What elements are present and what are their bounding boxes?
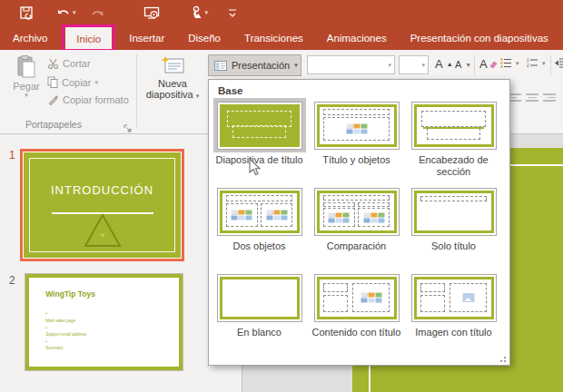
undo-dropdown-caret[interactable]: ▾ xyxy=(73,9,76,16)
slide-1-number: 1 xyxy=(9,149,15,162)
clipboard-group-label: Portapapeles xyxy=(25,119,82,130)
eraser-icon xyxy=(489,61,498,68)
layout-button[interactable]: Presentación ▾ xyxy=(208,54,301,76)
tab-archivo[interactable]: Archivo xyxy=(0,25,60,50)
format-painter-button[interactable]: Copiar formato xyxy=(47,94,129,105)
touch-mode-icon xyxy=(191,5,203,20)
numbering-caret: ▾ xyxy=(542,60,546,67)
layout-option-dos-objetos[interactable]: Dos objetos xyxy=(212,184,307,270)
paste-icon xyxy=(17,55,36,79)
tab-inicio[interactable]: Inicio xyxy=(65,27,112,50)
font-size-combobox[interactable]: ▾ xyxy=(399,55,429,74)
slide-1-title: INTRODUCCIÓN xyxy=(23,183,182,197)
layout-option-contenido-con-titulo[interactable]: Contenido con título xyxy=(310,270,404,357)
start-slideshow-icon xyxy=(143,6,160,20)
bullets-icon xyxy=(500,58,512,68)
redo-button[interactable] xyxy=(87,2,109,24)
copy-icon xyxy=(47,76,58,88)
redo-icon xyxy=(91,7,105,19)
align-right-button[interactable] xyxy=(543,93,556,103)
layout-option-titulo-y-objetos[interactable]: Título y objetos xyxy=(310,98,404,184)
ribbon-tab-bar: Archivo Inicio Insertar Diseño Transicio… xyxy=(0,25,563,50)
font-size-caret: ▾ xyxy=(421,62,428,69)
customize-quick-access-button[interactable] xyxy=(224,2,241,24)
save-button[interactable] xyxy=(16,2,38,24)
group-divider xyxy=(136,54,137,127)
bullets-caret: ▾ xyxy=(516,60,519,67)
layout-option-comparacion[interactable]: Comparación xyxy=(310,184,404,270)
tab-diseno[interactable]: Diseño xyxy=(176,25,232,50)
layout-gallery-grid: Diapositiva de título Título y objetos E… xyxy=(211,98,509,357)
bullets-button[interactable]: ▾ xyxy=(500,58,519,68)
mouse-cursor xyxy=(249,158,262,177)
save-icon xyxy=(20,6,35,20)
slide-2-title: WingTip Toys xyxy=(45,289,95,299)
dropdown-resize-grip[interactable] xyxy=(499,355,506,362)
align-left-button[interactable] xyxy=(509,93,521,103)
touch-mode-button[interactable]: ▾ xyxy=(187,2,212,24)
svg-text:2: 2 xyxy=(527,64,529,68)
copy-button[interactable]: Copiar ▾ xyxy=(47,76,98,88)
slide-2-thumbnail[interactable]: WingTip Toys • Main sales page • Support… xyxy=(25,274,183,370)
tab-presentacion-con-diapositivas[interactable]: Presentación con diapositivas xyxy=(399,25,560,50)
undo-icon xyxy=(56,7,71,19)
undo-button[interactable]: ▾ xyxy=(53,2,80,24)
align-center-button[interactable] xyxy=(526,93,538,103)
decrease-font-size-button[interactable]: A▼ xyxy=(455,59,471,70)
paste-button[interactable]: Pegar ▾ xyxy=(7,55,45,99)
new-slide-button[interactable]: Nueva diapositiva ▾ xyxy=(140,55,205,100)
layout-option-encabezado-de-seccion[interactable]: Encabezado de sección xyxy=(407,98,501,184)
svg-text:1: 1 xyxy=(527,58,529,63)
numbering-button[interactable]: 12 ▾ xyxy=(527,58,546,68)
touch-mode-dropdown-caret[interactable]: ▾ xyxy=(205,9,209,16)
layout-dropdown-caret: ▾ xyxy=(294,62,298,69)
layout-gallery-dropdown: Base Diapositiva de título Título y obje… xyxy=(208,79,510,366)
new-slide-icon xyxy=(161,55,184,75)
slide-1-thumbnail[interactable]: INTRODUCCIÓN xyxy=(20,149,184,261)
title-bar: ▾ ▾ xyxy=(0,0,563,25)
slide-master-name: Base xyxy=(209,80,509,100)
layout-icon xyxy=(214,61,227,71)
paste-dropdown-caret[interactable]: ▾ xyxy=(25,92,28,99)
cut-button[interactable]: Cortar xyxy=(47,58,91,69)
layout-option-imagen-con-titulo[interactable]: Imagen con título xyxy=(407,270,501,357)
small-divider xyxy=(474,55,475,75)
picture-placeholder-icon xyxy=(462,293,474,302)
format-painter-icon xyxy=(47,94,59,105)
slide-thumbnail-panel: 1 INTRODUCCIÓN 2 WingTip Toys • Main sal… xyxy=(0,134,242,392)
increase-font-size-button[interactable]: A▲ xyxy=(435,57,453,71)
triangle-shape xyxy=(84,213,122,248)
tab-transiciones[interactable]: Transiciones xyxy=(232,25,315,50)
font-name-caret: ▾ xyxy=(388,62,394,69)
decrease-indent-icon xyxy=(555,58,563,68)
tab-insertar[interactable]: Insertar xyxy=(117,25,176,50)
clear-formatting-button[interactable]: A xyxy=(479,57,498,71)
cut-icon xyxy=(47,58,59,69)
numbering-icon: 12 xyxy=(527,58,538,68)
content-placeholder-icons xyxy=(346,124,367,134)
customize-quick-access-icon xyxy=(228,8,237,17)
font-name-combobox[interactable]: ▾ xyxy=(307,55,395,74)
small-divider-2 xyxy=(550,55,551,75)
start-slideshow-button[interactable] xyxy=(140,2,163,24)
copy-dropdown-caret[interactable]: ▾ xyxy=(94,79,98,86)
slide-2-bullets: • Main sales page • Support email addres… xyxy=(45,310,86,352)
slide-2-number: 2 xyxy=(9,274,15,287)
layout-option-en-blanco[interactable]: En blanco xyxy=(212,270,307,357)
tab-animaciones[interactable]: Animaciones xyxy=(315,25,399,50)
decrease-indent-button[interactable] xyxy=(555,58,563,68)
layout-option-solo-titulo[interactable]: Solo título xyxy=(407,184,501,270)
new-slide-dropdown-caret: ▾ xyxy=(196,93,200,99)
